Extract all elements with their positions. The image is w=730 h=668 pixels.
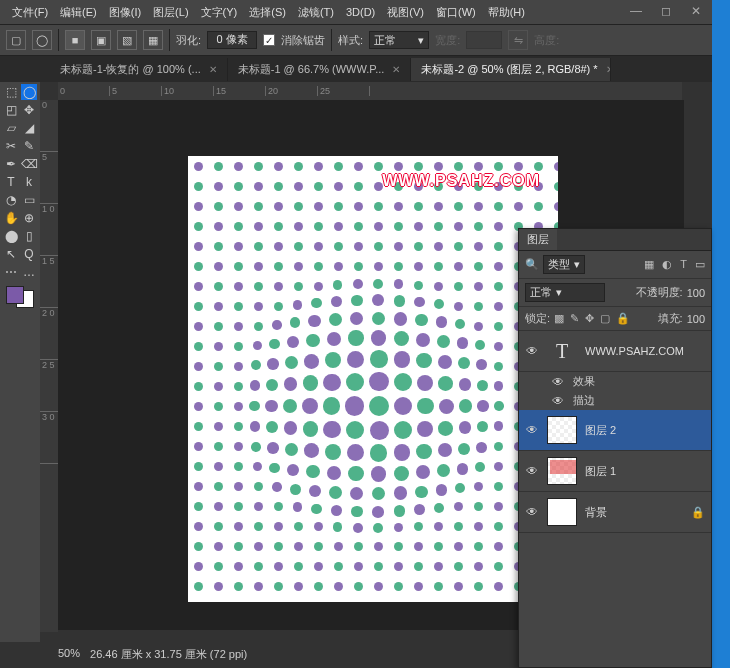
layers-list[interactable]: 👁TWWW.PSAHZ.COM👁效果👁描边👁图层 2👁图层 1👁背景🔒 [519, 331, 711, 631]
layer-row[interactable]: 👁背景🔒 [519, 492, 711, 533]
tool-9-1[interactable]: Q [21, 246, 37, 262]
add-selection-icon[interactable]: ▣ [91, 30, 111, 50]
menu-l[interactable]: 图层(L) [149, 3, 192, 22]
close-button[interactable]: ✕ [684, 2, 708, 20]
color-swatch[interactable] [6, 286, 34, 308]
visibility-toggle[interactable]: 👁 [525, 344, 539, 358]
layer-row[interactable]: 👁图层 2 [519, 410, 711, 451]
link-wh-icon[interactable]: ⇋ [508, 30, 528, 50]
tool-10-1[interactable]: … [21, 264, 37, 280]
tool-9-0[interactable]: ↖ [3, 246, 19, 262]
fill-value[interactable]: 100 [687, 313, 705, 325]
menu-s[interactable]: 选择(S) [245, 3, 290, 22]
document-canvas[interactable]: WWW.PSAHZ.COM [188, 156, 558, 602]
menu-bar: 文件(F)编辑(E)图像(I)图层(L)文字(Y)选择(S)滤镜(T)3D(D)… [0, 0, 712, 24]
sub-selection-icon[interactable]: ▧ [117, 30, 137, 50]
tool-8-1[interactable]: ▯ [21, 228, 37, 244]
visibility-toggle[interactable]: 👁 [525, 464, 539, 478]
status-dimensions: 26.46 厘米 x 31.75 厘米 (72 ppi) [90, 647, 247, 662]
layer-label[interactable]: 背景 [585, 505, 607, 520]
layer-label[interactable]: WWW.PSAHZ.COM [585, 345, 684, 357]
tool-7-1[interactable]: ⊕ [21, 210, 37, 226]
layer-row[interactable]: 👁图层 1 [519, 451, 711, 492]
width-input[interactable] [466, 31, 502, 49]
opacity-label: 不透明度: [636, 285, 683, 300]
layer-effect-item[interactable]: 👁描边 [519, 391, 711, 410]
tool-5-1[interactable]: k [21, 174, 37, 190]
tool-6-0[interactable]: ◔ [3, 192, 19, 208]
tool-column: ⬚◯◰✥▱◢✂✎✒⌫Tk◔▭✋⊕⬤▯↖Q⋯… [0, 82, 40, 642]
document-tab-2[interactable]: 未标题-2 @ 50% (图层 2, RGB/8#) *✕ [411, 58, 611, 81]
search-icon: 🔍 [525, 258, 539, 271]
lock-all-icon[interactable]: 🔒 [616, 312, 630, 325]
ellipse-preset-icon[interactable]: ◯ [32, 30, 52, 50]
tool-0-1[interactable]: ◯ [21, 84, 37, 100]
close-tab-icon[interactable]: ✕ [606, 64, 612, 75]
lock-transparency-icon[interactable]: ▩ [554, 312, 564, 325]
layer-effect-item[interactable]: 👁效果 [519, 372, 711, 391]
maximize-button[interactable]: ◻ [654, 2, 678, 20]
tool-4-0[interactable]: ✒ [3, 156, 19, 172]
visibility-toggle[interactable]: 👁 [525, 505, 539, 519]
layer-thumbnail[interactable] [547, 498, 577, 526]
menu-h[interactable]: 帮助(H) [484, 3, 529, 22]
menu-f[interactable]: 文件(F) [8, 3, 52, 22]
minimize-button[interactable]: — [624, 2, 648, 20]
layers-panel-tab[interactable]: 图层 [519, 229, 711, 251]
menu-e[interactable]: 编辑(E) [56, 3, 101, 22]
layer-label[interactable]: 图层 2 [585, 423, 616, 438]
layer-thumbnail[interactable]: T [547, 337, 577, 365]
lock-pixels-icon[interactable]: ✎ [570, 312, 579, 325]
intersect-selection-icon[interactable]: ▦ [143, 30, 163, 50]
filter-adjust-icon[interactable]: ◐ [662, 258, 672, 271]
layer-label[interactable]: 图层 1 [585, 464, 616, 479]
menu-t[interactable]: 滤镜(T) [294, 3, 338, 22]
tool-3-1[interactable]: ✎ [21, 138, 37, 154]
tool-1-1[interactable]: ✥ [21, 102, 37, 118]
visibility-toggle[interactable]: 👁 [525, 423, 539, 437]
menu-v[interactable]: 视图(V) [383, 3, 428, 22]
layer-thumbnail[interactable] [547, 457, 577, 485]
style-select[interactable]: 正常▾ [369, 31, 429, 49]
menu-w[interactable]: 窗口(W) [432, 3, 480, 22]
tool-2-0[interactable]: ▱ [3, 120, 19, 136]
zoom-level[interactable]: 50% [58, 647, 80, 662]
document-tab-0[interactable]: 未标题-1-恢复的 @ 100% (...✕ [50, 58, 228, 81]
filter-shape-icon[interactable]: ▭ [695, 258, 705, 271]
lock-position-icon[interactable]: ✥ [585, 312, 594, 325]
layers-panel[interactable]: 图层 🔍 类型▾ ▦ ◐ T ▭ 正常▾ 不透明度: 100 锁定: ▩ ✎ ✥… [518, 228, 712, 668]
tool-4-1[interactable]: ⌫ [21, 156, 37, 172]
tool-7-0[interactable]: ✋ [3, 210, 19, 226]
menu-i[interactable]: 图像(I) [105, 3, 145, 22]
lock-artboard-icon[interactable]: ▢ [600, 312, 610, 325]
tool-10-0[interactable]: ⋯ [3, 264, 19, 280]
layer-row[interactable]: 👁TWWW.PSAHZ.COM [519, 331, 711, 372]
new-selection-icon[interactable]: ■ [65, 30, 85, 50]
tool-2-1[interactable]: ◢ [21, 120, 37, 136]
tool-5-0[interactable]: T [3, 174, 19, 190]
menu-dd[interactable]: 3D(D) [342, 4, 379, 20]
tool-0-0[interactable]: ⬚ [3, 84, 19, 100]
ruler-vertical: 051 01 52 02 53 0 [40, 100, 58, 632]
close-tab-icon[interactable]: ✕ [392, 64, 400, 75]
antialias-checkbox[interactable]: ✓ [263, 34, 275, 46]
home-icon[interactable]: ▢ [6, 30, 26, 50]
document-tab-1[interactable]: 未标题-1 @ 66.7% (WWW.P...✕ [228, 58, 412, 81]
tool-8-0[interactable]: ⬤ [3, 228, 19, 244]
filter-image-icon[interactable]: ▦ [644, 258, 654, 271]
effect-visibility[interactable]: 👁 [551, 394, 565, 408]
lock-label: 锁定: [525, 311, 550, 326]
close-tab-icon[interactable]: ✕ [209, 64, 217, 75]
feather-input[interactable]: 0 像素 [207, 31, 257, 49]
tool-6-1[interactable]: ▭ [21, 192, 37, 208]
filter-select[interactable]: 类型▾ [543, 255, 585, 274]
menu-y[interactable]: 文字(Y) [197, 3, 242, 22]
layer-thumbnail[interactable] [547, 416, 577, 444]
opacity-value[interactable]: 100 [687, 287, 705, 299]
filter-type-icon[interactable]: T [680, 258, 687, 271]
effect-visibility[interactable]: 👁 [551, 375, 565, 389]
tool-1-0[interactable]: ◰ [3, 102, 19, 118]
antialias-label: 消除锯齿 [281, 33, 325, 48]
tool-3-0[interactable]: ✂ [3, 138, 19, 154]
blend-mode-select[interactable]: 正常▾ [525, 283, 605, 302]
